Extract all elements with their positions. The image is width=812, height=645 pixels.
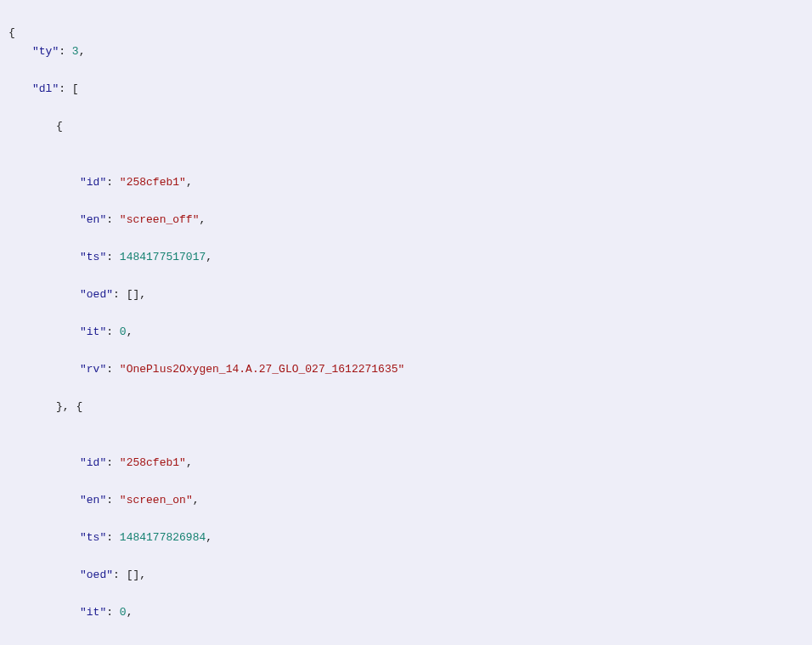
- entry-row: "ts": 1484177826984,: [80, 529, 804, 547]
- brace-open: {: [8, 26, 15, 39]
- ty-value: 3: [72, 45, 79, 58]
- json-code-block: { "ty": 3, "dl": [ { "id": "258cfeb1", "…: [0, 0, 812, 645]
- ty-key: "ty": [32, 45, 59, 58]
- entry-row: "it": 0,: [80, 323, 804, 342]
- object-separator: }, {: [56, 400, 82, 413]
- entry-row: "id": "258cfeb1",: [80, 454, 804, 472]
- entry-row: "en": "screen_off",: [80, 211, 804, 229]
- entry-row: "id": "258cfeb1",: [80, 173, 804, 192]
- entry-row: "ts": 1484177517017,: [80, 248, 804, 267]
- entry-row: "rv": "OnePlus2Oxygen_14.A.27_GLO_027_16…: [80, 641, 804, 645]
- dl-key: "dl": [32, 82, 59, 95]
- entry-row: "rv": "OnePlus2Oxygen_14.A.27_GLO_027_16…: [80, 360, 804, 379]
- entry-row: "oed": [],: [80, 566, 804, 585]
- entry-row: "it": 0,: [80, 603, 804, 622]
- entry-row: "en": "screen_on",: [80, 491, 804, 510]
- entry-row: "oed": [],: [80, 286, 804, 304]
